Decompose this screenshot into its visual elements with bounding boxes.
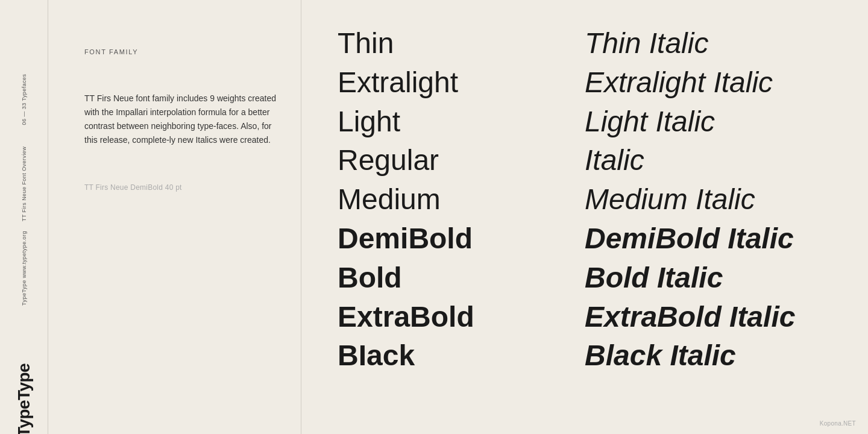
font-row-left: Bold <box>338 259 585 298</box>
weight-name-light-italic: Light Italic <box>585 106 715 138</box>
font-row-right: Bold Italic <box>585 259 832 298</box>
font-family-label: FONT FAMILY <box>84 48 277 55</box>
font-row-left: Medium <box>338 180 585 219</box>
font-row-left: DemiBold <box>338 219 585 259</box>
weight-name-bold: Bold <box>338 262 402 294</box>
weight-name-medium: Medium <box>338 184 441 216</box>
weight-name-bold-italic: Bold Italic <box>585 262 723 294</box>
font-display: ThinThin ItalicExtralightExtralight Ital… <box>301 0 868 434</box>
info-panel: FONT FAMILY TT Firs Neue font family inc… <box>48 0 301 434</box>
font-row-right: ExtraBold Italic <box>585 298 832 337</box>
weight-name-light: Light <box>338 106 400 138</box>
font-row-left: Regular <box>338 141 585 180</box>
font-row-right: Thin Italic <box>585 24 832 63</box>
weight-name-extralight-italic: Extralight Italic <box>585 67 773 99</box>
weight-name-biack: BIack <box>338 340 415 372</box>
sidebar-company-info: TypeType www.typetype.org <box>21 231 27 306</box>
main-content: FONT FAMILY TT Firs Neue font family inc… <box>48 0 868 434</box>
sidebar-brand: TypeType <box>14 363 34 434</box>
weight-name-extrabold: ExtraBold <box>338 301 474 333</box>
font-sample-label: TT Firs Neue DemiBold 40 pt <box>84 183 277 192</box>
font-row-right: Extralight Italic <box>585 63 832 102</box>
font-row-right: Black Italic <box>585 336 832 376</box>
font-row-right: Medium Italic <box>585 180 832 219</box>
watermark: Kopona.NET <box>820 420 856 427</box>
font-row-left: ExtraBold <box>338 298 585 337</box>
weight-name-black-italic: Black Italic <box>585 340 736 372</box>
weight-name-thin-italic: Thin Italic <box>585 28 708 60</box>
weight-name-medium-italic: Medium Italic <box>585 184 755 216</box>
weight-name-italic: Italic <box>585 145 644 177</box>
font-row-right: Italic <box>585 141 832 180</box>
font-row-left: Extralight <box>338 63 585 102</box>
weight-name-demibold-italic: DemiBold Italic <box>585 223 794 255</box>
font-row-left: Light <box>338 102 585 142</box>
page: 06 — 33 Typefaces TT Firs Neue Font Over… <box>0 0 868 434</box>
sidebar-page-info: 06 — 33 Typefaces <box>21 74 27 125</box>
description: TT Firs Neue font family includes 9 weig… <box>84 92 277 147</box>
font-row-left: Thin <box>338 24 585 63</box>
sidebar-font-info: TT Firs Neue Font Overview <box>21 146 27 222</box>
sidebar: 06 — 33 Typefaces TT Firs Neue Font Over… <box>0 0 48 434</box>
weight-name-demibold: DemiBold <box>338 223 473 255</box>
weight-name-extralight: Extralight <box>338 67 458 99</box>
font-row-right: Light Italic <box>585 102 832 142</box>
font-row-right: DemiBold Italic <box>585 219 832 259</box>
weight-name-extrabold-italic: ExtraBold Italic <box>585 301 795 333</box>
weight-name-regular: Regular <box>338 145 439 177</box>
font-row-left: BIack <box>338 336 585 376</box>
weight-name-thin: Thin <box>338 28 394 60</box>
